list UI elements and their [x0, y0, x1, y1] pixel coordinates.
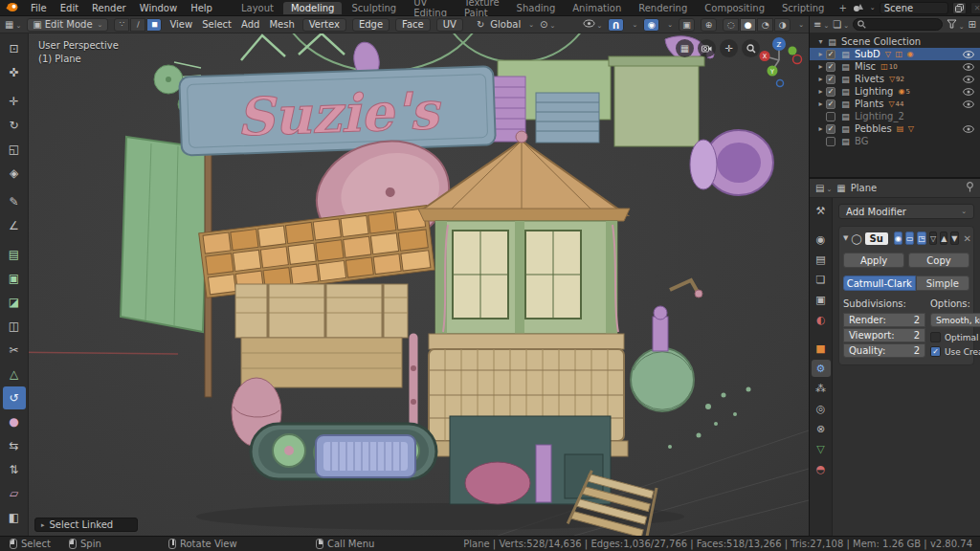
outliner-row-rivets[interactable]: ▸✓ ▤ Rivets ▽ 92 [810, 73, 980, 85]
tab-view-layer[interactable]: ❏ [812, 271, 831, 288]
edge-select-button[interactable]: ∕ [130, 18, 145, 32]
optimal-display-checkbox[interactable]: Optimal Displ... [930, 330, 980, 344]
tool-knife[interactable]: ✂ [3, 339, 26, 362]
simple-button[interactable]: Simple [916, 276, 969, 291]
snap-dropdown-chevron[interactable]: ⌄ [632, 21, 637, 29]
scene-dropdown-chevron[interactable]: ⌄ [870, 4, 876, 11]
tab-object-data[interactable]: ▽ [812, 440, 831, 457]
tab-sculpting[interactable]: Sculpting [344, 2, 404, 14]
menu-render[interactable]: Render [85, 3, 133, 13]
add-workspace-button[interactable]: + [834, 2, 851, 14]
tool-measure[interactable]: ∠ [3, 214, 26, 237]
outliner-row-misc[interactable]: ▸✓ ▤ Misc ◫ 10 [810, 60, 980, 73]
menu-help[interactable]: Help [184, 3, 219, 13]
tab-shading[interactable]: Shading [509, 2, 564, 14]
render-subdivisions-field[interactable]: Render: 2 [843, 313, 925, 327]
tab-layout[interactable]: Layout [234, 2, 281, 14]
move-down-icon[interactable]: ▼ [950, 231, 958, 245]
snap-magnet-icon[interactable]: U [608, 18, 624, 32]
pin-icon[interactable] [966, 182, 974, 194]
tool-cursor[interactable]: ✜ [3, 61, 26, 84]
material-shading-icon[interactable]: ◔ [757, 18, 773, 32]
tab-tool[interactable]: ⚒ [812, 202, 831, 219]
operator-redo-panel[interactable]: ▸ Select Linked [34, 518, 138, 532]
show-overlays-icon[interactable]: ▣ [679, 18, 695, 32]
outliner-search-input[interactable] [853, 18, 943, 31]
tool-loop-cut[interactable]: ◫ [3, 315, 26, 338]
tool-transform[interactable]: ◈ [3, 162, 26, 185]
tab-physics[interactable]: ◎ [812, 400, 831, 417]
outliner-row-lighting[interactable]: ▸✓ ▤ Lighting ◉ 5 [810, 85, 980, 98]
copy-button[interactable]: Copy [908, 253, 969, 268]
tab-scene[interactable]: ▣ [812, 291, 831, 308]
outliner-root-row[interactable]: ▾▤ Scene Collection [810, 35, 980, 48]
tool-rip-region[interactable]: ◧ [3, 506, 26, 529]
delete-modifier-icon[interactable]: ✕ [964, 233, 971, 244]
tool-shear[interactable]: ▱ [3, 482, 26, 505]
solid-shading-icon[interactable]: ● [740, 18, 756, 32]
hide-eye-icon[interactable] [963, 62, 974, 73]
collection-checkbox[interactable] [826, 137, 835, 146]
tool-inset-faces[interactable]: ▣ [3, 267, 26, 290]
tool-bevel[interactable]: ◪ [3, 291, 26, 314]
move-up-icon[interactable]: ▲ [940, 231, 947, 245]
unlink-scene-button[interactable]: ✕ [970, 2, 980, 14]
oncage-toggle-icon[interactable]: ▽ [929, 231, 937, 245]
tool-rotate[interactable]: ↻ [3, 114, 26, 137]
scene-icon[interactable] [853, 2, 864, 14]
menu-mesh[interactable]: Mesh [267, 19, 296, 30]
collection-checkbox[interactable] [826, 112, 835, 121]
outliner-row-subd[interactable]: ▸✓ ▤ SubD ▽ ◫ ◉ [810, 48, 980, 60]
tool-edge-slide[interactable]: ⇆ [3, 434, 26, 457]
hide-eye-icon[interactable] [963, 87, 974, 98]
proportional-editing-icon[interactable]: ◉ [643, 18, 659, 32]
outliner-editor-icon[interactable]: ≡⌄ [813, 19, 829, 30]
collection-checkbox[interactable]: ✓ [826, 99, 835, 109]
menu-uv[interactable]: UV [436, 18, 463, 32]
tab-animation[interactable]: Animation [565, 2, 629, 14]
pan-view-icon[interactable]: ✛ [720, 39, 738, 57]
scene-name-field[interactable]: Scene [880, 2, 948, 14]
quality-field[interactable]: Quality: 2 [843, 343, 925, 358]
editor-type-icon[interactable]: ▦⌄ [5, 19, 21, 30]
menu-add[interactable]: Add [239, 19, 261, 30]
tool-smooth[interactable]: ● [3, 410, 26, 433]
tab-particles[interactable]: ⁂ [812, 380, 831, 397]
hide-eye-icon[interactable] [963, 75, 974, 85]
outliner-row-lighting-2[interactable]: ▤ Lighting_2 [810, 110, 980, 122]
pivot-point-icon[interactable]: ⊙⌄ [540, 19, 555, 30]
tab-object[interactable]: ■ [812, 340, 831, 357]
blender-logo-icon[interactable] [0, 2, 24, 14]
use-creases-checkbox[interactable]: ✓ Use Creases [930, 344, 980, 359]
hide-eye-icon[interactable] [963, 50, 974, 60]
tool-annotate[interactable]: ✎ [3, 190, 26, 213]
orientation-dropdown[interactable]: Global [490, 19, 521, 30]
new-collection-icon[interactable]: ⊞ [969, 19, 976, 30]
proportional-dropdown-chevron[interactable]: ⌄ [667, 21, 673, 29]
tab-compositing[interactable]: Compositing [697, 2, 772, 14]
shading-dropdown-chevron[interactable]: ⌄ [798, 21, 804, 29]
axis-navigation-gizmo[interactable]: Z X Y [752, 34, 806, 90]
uv-smooth-dropdown[interactable]: Smooth, keep c... ⌄ [930, 313, 980, 327]
apply-button[interactable]: Apply [843, 253, 904, 268]
menu-edge[interactable]: Edge [352, 18, 390, 32]
collection-checkbox[interactable]: ✓ [826, 87, 835, 97]
filter-icon[interactable]: ⌄ [947, 19, 965, 31]
menu-select[interactable]: Select [200, 19, 234, 30]
tab-constraints[interactable]: ⊗ [812, 420, 831, 437]
camera-view-icon[interactable] [698, 39, 716, 57]
tab-rendering[interactable]: Rendering [631, 2, 695, 14]
tool-shrink-fatten[interactable]: ⇅ [3, 458, 26, 481]
gizmos-visibility-icon[interactable]: ⌄ [583, 19, 603, 30]
add-modifier-dropdown[interactable]: Add Modifier ⌄ [838, 204, 974, 219]
properties-editor-icon[interactable]: ▤⌄ [815, 183, 832, 193]
tab-render[interactable]: ◉ [812, 231, 831, 248]
tool-move[interactable]: ✛ [3, 90, 26, 113]
outliner-row-pebbles[interactable]: ▸✓ ▤ Pebbles ▤ ▽ [810, 122, 980, 135]
hide-eye-icon[interactable] [963, 124, 974, 135]
tab-material[interactable]: ◓ [812, 460, 831, 477]
expand-operator-icon[interactable]: ▸ [41, 521, 45, 529]
tool-spin[interactable]: ↺ [3, 386, 26, 409]
rendered-shading-icon[interactable]: ◑ [774, 18, 791, 32]
collection-checkbox[interactable]: ✓ [826, 50, 835, 59]
